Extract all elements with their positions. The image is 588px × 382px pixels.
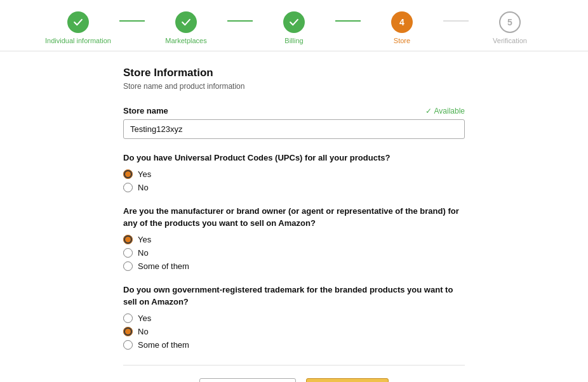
progress-bar: Individual information Marketplaces <box>0 0 588 51</box>
step-4-label: Store <box>394 37 410 44</box>
next-button[interactable]: Next <box>306 378 389 383</box>
previous-button[interactable]: Previous <box>199 378 297 383</box>
q1-label-yes: Yes <box>138 169 151 179</box>
store-name-row: Store name ✓ Available <box>123 106 465 115</box>
step-billing: Billing <box>253 11 361 44</box>
q3-option-yes[interactable]: Yes <box>123 313 465 323</box>
q1-option-no[interactable]: No <box>123 183 465 192</box>
step-4-circle: 4 <box>391 11 413 33</box>
q3-radio-some[interactable] <box>123 340 133 350</box>
q3-label-yes: Yes <box>138 313 151 323</box>
step-2: Marketplaces <box>145 11 227 44</box>
step-4: 4 Store <box>361 11 443 44</box>
step-5: 5 Verification <box>469 11 551 44</box>
step-5-label: Verification <box>493 37 527 44</box>
q1-option-yes[interactable]: Yes <box>123 169 465 179</box>
footer-divider <box>123 365 465 366</box>
question-2-text: Are you the manufacturer or brand owner … <box>123 205 465 230</box>
main-content: Store Information Store name and product… <box>0 51 588 382</box>
step-individual: Individual information <box>37 11 145 44</box>
question-3-block: Do you own government-registered tradema… <box>123 284 465 350</box>
step-3-label: Billing <box>284 37 303 44</box>
step-1: Individual information <box>37 11 119 44</box>
connector-2-3 <box>227 20 253 22</box>
question-2-block: Are you the manufacturer or brand owner … <box>123 205 465 271</box>
svg-point-1 <box>180 16 192 29</box>
question-1-text: Do you have Universal Product Codes (UPC… <box>123 152 465 164</box>
section-title: Store Information <box>123 67 465 79</box>
question-1-block: Do you have Universal Product Codes (UPC… <box>123 152 465 192</box>
available-text: Available <box>434 107 465 115</box>
q3-label-some: Some of them <box>138 340 189 350</box>
q2-radio-yes[interactable] <box>123 235 133 244</box>
q2-radio-some[interactable] <box>123 261 133 271</box>
store-name-input[interactable] <box>123 119 465 139</box>
step-5-circle: 5 <box>499 11 521 33</box>
q2-radio-no[interactable] <box>123 248 133 258</box>
check-icon: ✓ <box>425 107 432 115</box>
svg-point-0 <box>72 16 84 29</box>
connector-1-2 <box>119 20 145 22</box>
step-2-label: Marketplaces <box>165 37 206 44</box>
footer-buttons: Previous Next <box>123 378 465 383</box>
step-1-label: Individual information <box>45 37 111 44</box>
q1-radio-yes[interactable] <box>123 169 133 179</box>
step-store: 4 Store <box>361 11 469 44</box>
q2-option-some[interactable]: Some of them <box>123 261 465 271</box>
q2-option-no[interactable]: No <box>123 248 465 258</box>
q3-label-no: No <box>138 327 149 336</box>
step-3-circle <box>283 11 305 33</box>
q3-radio-no[interactable] <box>123 327 133 336</box>
q2-label-some: Some of them <box>138 261 189 271</box>
q3-option-no[interactable]: No <box>123 327 465 336</box>
step-verification: 5 Verification <box>469 11 551 44</box>
store-name-label: Store name <box>123 106 168 115</box>
step-3: Billing <box>253 11 335 44</box>
question-3-text: Do you own government-registered tradema… <box>123 284 465 308</box>
step-2-circle <box>175 11 197 33</box>
q3-option-some[interactable]: Some of them <box>123 340 465 350</box>
section-subtitle: Store name and product information <box>123 82 465 91</box>
svg-point-2 <box>288 16 300 29</box>
q1-radio-no[interactable] <box>123 183 133 192</box>
q2-option-yes[interactable]: Yes <box>123 235 465 244</box>
step-1-circle <box>67 11 89 33</box>
connector-3-4 <box>335 20 361 22</box>
q3-radio-yes[interactable] <box>123 313 133 323</box>
q1-label-no: No <box>138 183 149 192</box>
available-badge: ✓ Available <box>425 107 465 115</box>
q2-label-no: No <box>138 248 149 258</box>
step-marketplaces: Marketplaces <box>145 11 253 44</box>
connector-4-5 <box>443 20 469 22</box>
q2-label-yes: Yes <box>138 235 151 244</box>
